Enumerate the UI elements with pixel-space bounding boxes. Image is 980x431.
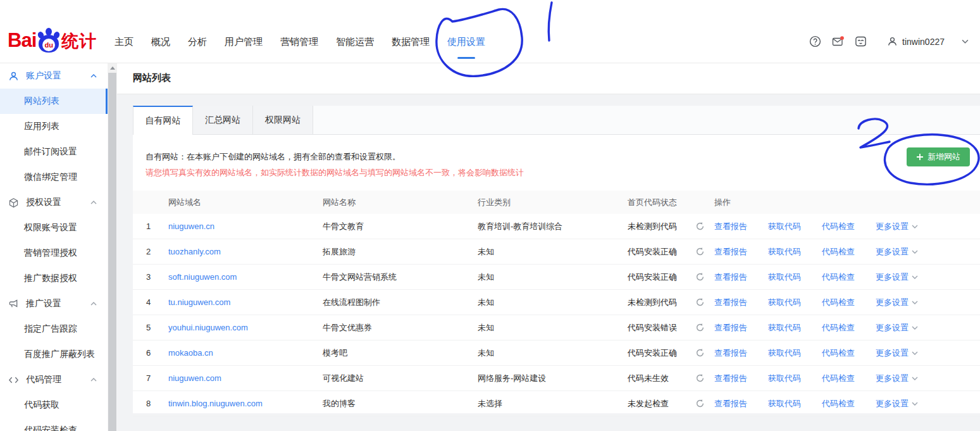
chevron-down-icon[interactable]	[962, 39, 969, 44]
nav-item-7[interactable]: 数据管理	[392, 36, 430, 48]
mail-icon[interactable]	[832, 35, 844, 47]
action-link-3[interactable]: 代码检查	[822, 221, 855, 232]
action-link-4[interactable]: 更多设置	[876, 347, 909, 359]
action-link-1[interactable]: 查看报告	[714, 347, 747, 359]
account-menu[interactable]: tinwin0227	[886, 35, 945, 47]
refresh-status-icon[interactable]	[695, 297, 705, 307]
sidebar-group-2[interactable]: 授权设置	[0, 190, 108, 215]
more-settings-menu[interactable]: 更多设置	[876, 297, 918, 308]
sidebar-item-3-1[interactable]: 指定广告跟踪	[0, 316, 108, 342]
main-area: 网站列表 自有网站汇总网站权限网站 自有网站：在本账户下创建的网站域名，拥有全部…	[117, 63, 980, 431]
logo-text-tongji: 统计	[61, 29, 97, 53]
action-link-4[interactable]: 更多设置	[876, 322, 909, 334]
action-link-2[interactable]: 获取代码	[768, 322, 801, 334]
row-actions: 查看报告获取代码代码检查更多设置	[714, 398, 980, 409]
more-settings-menu[interactable]: 更多设置	[876, 322, 918, 334]
action-link-1[interactable]: 查看报告	[714, 272, 747, 283]
sidebar-group-3[interactable]: 推广设置	[0, 291, 108, 316]
action-link-1[interactable]: 查看报告	[714, 398, 747, 409]
action-link-1[interactable]: 查看报告	[714, 221, 747, 232]
more-settings-menu[interactable]: 更多设置	[876, 347, 918, 359]
refresh-status-icon[interactable]	[695, 272, 705, 282]
site-domain-link[interactable]: niuguwen.cn	[168, 222, 323, 231]
action-link-2[interactable]: 获取代码	[768, 272, 801, 283]
site-name: 模考吧	[323, 347, 478, 359]
nav-item-8[interactable]: 使用设置	[447, 36, 485, 48]
sidebar-item-2-1[interactable]: 权限账号设置	[0, 215, 108, 240]
help-icon[interactable]	[809, 35, 821, 47]
sidebar-item-1-1[interactable]: 网站列表	[0, 89, 108, 114]
action-link-1[interactable]: 查看报告	[714, 373, 747, 384]
site-name: 可视化建站	[323, 373, 478, 384]
action-link-4[interactable]: 更多设置	[876, 246, 909, 258]
action-link-4[interactable]: 更多设置	[876, 221, 909, 232]
baidu-tongji-logo[interactable]: Bai du 统计	[8, 27, 97, 53]
more-settings-menu[interactable]: 更多设置	[876, 221, 918, 232]
refresh-status-icon[interactable]	[695, 222, 705, 231]
nav-item-6[interactable]: 智能运营	[336, 36, 374, 48]
sidebar-item-1-2[interactable]: 应用列表	[0, 114, 108, 139]
site-domain-link[interactable]: tinwin.blog.niuguwen.com	[168, 399, 323, 408]
action-link-4[interactable]: 更多设置	[876, 297, 909, 308]
action-link-3[interactable]: 代码检查	[822, 322, 855, 334]
site-domain-link[interactable]: soft.niuguwen.com	[168, 272, 323, 282]
action-link-2[interactable]: 获取代码	[768, 347, 801, 359]
action-link-2[interactable]: 获取代码	[768, 398, 801, 409]
action-link-4[interactable]: 更多设置	[876, 373, 909, 384]
action-link-3[interactable]: 代码检查	[822, 246, 855, 258]
col-header-name: 网站名称	[323, 197, 478, 208]
tab-3[interactable]: 权限网站	[253, 106, 313, 134]
site-domain-link[interactable]: youhui.niuguwen.com	[168, 323, 323, 332]
action-link-3[interactable]: 代码检查	[822, 272, 855, 283]
tab-1[interactable]: 自有网站	[133, 106, 193, 135]
site-domain-link[interactable]: tuozhanly.com	[168, 247, 323, 256]
sidebar-item-4-1[interactable]: 代码获取	[0, 392, 108, 418]
action-link-2[interactable]: 获取代码	[768, 221, 801, 232]
more-settings-menu[interactable]: 更多设置	[876, 373, 918, 384]
nav-item-1[interactable]: 主页	[115, 36, 133, 48]
site-domain-link[interactable]: mokaoba.cn	[168, 348, 323, 358]
action-link-3[interactable]: 代码检查	[822, 398, 855, 409]
sidebar-item-2-2[interactable]: 营销管理授权	[0, 240, 108, 266]
site-domain-link[interactable]: tu.niuguwen.com	[168, 297, 323, 307]
more-settings-menu[interactable]: 更多设置	[876, 246, 918, 258]
refresh-status-icon[interactable]	[695, 323, 705, 332]
sidebar-scrollbar[interactable]	[108, 63, 117, 431]
more-settings-menu[interactable]: 更多设置	[876, 398, 918, 409]
sidebar-group-label: 账户设置	[26, 70, 61, 82]
refresh-status-icon[interactable]	[695, 247, 705, 256]
tab-2[interactable]: 汇总网站	[193, 106, 253, 134]
scrollbar-up-button[interactable]	[108, 63, 117, 73]
action-link-3[interactable]: 代码检查	[822, 373, 855, 384]
code-status: 代码未生效	[628, 373, 690, 384]
action-link-1[interactable]: 查看报告	[714, 322, 747, 334]
refresh-status-icon[interactable]	[695, 399, 705, 408]
sidebar-group-4[interactable]: 代码管理	[0, 367, 108, 392]
more-settings-menu[interactable]: 更多设置	[876, 272, 918, 283]
action-link-3[interactable]: 代码检查	[822, 297, 855, 308]
nav-item-3[interactable]: 分析	[188, 36, 207, 48]
sidebar-item-2-3[interactable]: 推广数据授权	[0, 266, 108, 291]
sidebar-item-1-4[interactable]: 微信绑定管理	[0, 165, 108, 190]
sidebar-item-3-2[interactable]: 百度推广屏蔽列表	[0, 342, 108, 367]
sidebar-item-1-3[interactable]: 邮件订阅设置	[0, 139, 108, 165]
action-link-4[interactable]: 更多设置	[876, 272, 909, 283]
refresh-status-icon[interactable]	[695, 348, 705, 358]
action-link-1[interactable]: 查看报告	[714, 246, 747, 258]
action-link-2[interactable]: 获取代码	[768, 246, 801, 258]
nav-item-2[interactable]: 概况	[151, 36, 170, 48]
scrollbar-thumb[interactable]	[108, 73, 116, 431]
action-link-4[interactable]: 更多设置	[876, 398, 909, 409]
action-link-3[interactable]: 代码检查	[822, 347, 855, 359]
sidebar-item-4-2[interactable]: 代码安装检查	[0, 418, 108, 431]
action-link-2[interactable]: 获取代码	[768, 373, 801, 384]
add-site-button[interactable]: 新增网站	[907, 147, 970, 166]
sidebar-group-1[interactable]: 账户设置	[0, 63, 108, 89]
nav-item-5[interactable]: 营销管理	[280, 36, 318, 48]
nav-item-4[interactable]: 用户管理	[225, 36, 263, 48]
action-link-1[interactable]: 查看报告	[714, 297, 747, 308]
site-domain-link[interactable]: niuguwen.com	[168, 373, 323, 383]
refresh-status-icon[interactable]	[695, 373, 705, 383]
app-icon[interactable]	[855, 35, 867, 47]
action-link-2[interactable]: 获取代码	[768, 297, 801, 308]
